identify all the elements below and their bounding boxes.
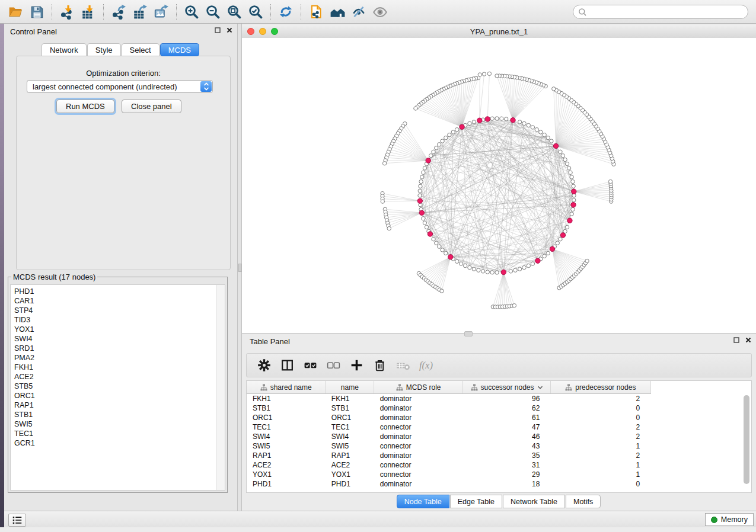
cell[interactable]: PHD1 <box>247 479 326 489</box>
cell[interactable]: FKH1 <box>247 394 326 404</box>
cell[interactable]: 47 <box>463 422 551 432</box>
cell[interactable]: YOX1 <box>326 470 374 479</box>
close-panel-icon[interactable] <box>227 27 232 33</box>
import-network-button[interactable] <box>56 2 78 21</box>
mcds-result-item[interactable]: SWI4 <box>11 334 225 344</box>
cell[interactable]: 46 <box>463 432 551 441</box>
cell[interactable]: 2 <box>550 422 650 432</box>
mcds-result-item[interactable]: STB1 <box>11 410 225 419</box>
table-row[interactable]: RAP1RAP1dominator352 <box>247 451 751 460</box>
mcds-result-item[interactable]: FKH1 <box>11 363 225 372</box>
cell[interactable]: connector <box>374 441 463 451</box>
delete-row-button[interactable] <box>368 355 391 375</box>
cell[interactable]: dominator <box>374 451 463 460</box>
mcds-result-list[interactable]: PHD1CAR1STP4TID3YOX1SWI4SRD1PMA2FKH1ACE2… <box>10 284 225 491</box>
zoom-out-button[interactable] <box>202 2 224 21</box>
open-file-button[interactable] <box>5 2 26 21</box>
cell[interactable]: SWI5 <box>247 441 326 451</box>
table-row[interactable]: PHD1PHD1dominator180 <box>247 479 751 489</box>
search-input[interactable] <box>587 7 732 17</box>
memory-button[interactable]: Memory <box>705 513 754 526</box>
add-row-button[interactable] <box>345 355 368 375</box>
mcds-result-item[interactable]: ACE2 <box>11 372 225 382</box>
float-table-panel-icon[interactable] <box>733 337 739 343</box>
select-all-button[interactable] <box>299 355 322 375</box>
table-row[interactable]: ACE2ACE2connector311 <box>247 460 751 470</box>
cell[interactable]: TEC1 <box>247 422 326 432</box>
mcds-result-item[interactable]: SWI5 <box>11 419 225 429</box>
network-file-button[interactable] <box>305 2 327 21</box>
zoom-fit-button[interactable] <box>224 2 245 21</box>
network-window-titlebar[interactable]: YPA_prune.txt_1 <box>242 25 756 39</box>
table-row[interactable]: FKH1FKH1dominator962 <box>247 394 751 404</box>
cell[interactable]: 35 <box>463 451 551 460</box>
cell[interactable]: STB1 <box>326 403 374 413</box>
zoom-in-button[interactable] <box>181 2 202 21</box>
cell[interactable]: PHD1 <box>326 479 374 489</box>
network-canvas[interactable] <box>242 38 756 333</box>
cell[interactable]: YOX1 <box>247 470 326 479</box>
cell[interactable]: 2 <box>550 451 650 460</box>
zoom-selected-button[interactable] <box>245 2 266 21</box>
column-header-shared-name[interactable]: shared name <box>247 381 326 394</box>
cell[interactable]: SWI5 <box>326 441 374 451</box>
save-session-button[interactable] <box>26 2 47 21</box>
cell[interactable]: SWI4 <box>326 432 374 441</box>
cell[interactable]: 1 <box>550 460 650 470</box>
task-history-button[interactable] <box>8 514 26 527</box>
search-box[interactable] <box>573 5 748 19</box>
deselect-all-button[interactable] <box>322 355 345 375</box>
tab-network-table[interactable]: Network Table <box>503 495 565 508</box>
cell[interactable]: 2 <box>550 394 650 404</box>
import-table-button[interactable] <box>78 2 99 21</box>
cell[interactable]: 2 <box>550 432 650 441</box>
column-layout-button[interactable] <box>276 355 299 375</box>
table-row[interactable]: YOX1YOX1connector291 <box>247 470 751 479</box>
table-row[interactable]: ORC1ORC1dominator610 <box>247 413 751 422</box>
table-row[interactable]: SWI4SWI4dominator462 <box>247 432 751 441</box>
home-button[interactable] <box>327 2 348 21</box>
mcds-result-item[interactable]: PMA2 <box>11 353 225 363</box>
tab-network[interactable]: Network <box>42 43 87 56</box>
cell[interactable]: 0 <box>550 403 650 413</box>
export-table-button[interactable] <box>129 2 151 21</box>
cell[interactable]: ORC1 <box>326 413 374 422</box>
cell[interactable]: connector <box>374 460 463 470</box>
network-graph[interactable] <box>242 38 756 333</box>
mcds-result-item[interactable]: GCR1 <box>11 438 225 448</box>
cell[interactable]: dominator <box>374 394 463 404</box>
cell[interactable]: 18 <box>463 479 551 489</box>
tab-edge-table[interactable]: Edge Table <box>450 495 502 508</box>
cell[interactable]: FKH1 <box>326 394 374 404</box>
table-row[interactable]: STB1STB1dominator620 <box>247 403 751 413</box>
settings-gear-button[interactable] <box>253 355 276 375</box>
mcds-result-item[interactable]: TID3 <box>11 315 225 325</box>
cell[interactable]: dominator <box>374 413 463 422</box>
maximize-window-button[interactable] <box>271 28 278 35</box>
cell[interactable]: STB1 <box>247 403 326 413</box>
cell[interactable]: 43 <box>463 441 551 451</box>
cell[interactable]: ACE2 <box>326 460 374 470</box>
column-header-successor-nodes[interactable]: successor nodes <box>463 381 551 394</box>
cell[interactable]: 1 <box>550 441 650 451</box>
tab-style[interactable]: Style <box>87 43 121 56</box>
tab-node-table[interactable]: Node Table <box>397 495 449 508</box>
mcds-result-item[interactable]: STP4 <box>11 306 225 315</box>
cell[interactable]: 1 <box>550 470 650 479</box>
cell[interactable]: RAP1 <box>247 451 326 460</box>
run-mcds-button[interactable]: Run MCDS <box>56 100 114 113</box>
cell[interactable]: 62 <box>463 403 551 413</box>
mcds-result-item[interactable]: YOX1 <box>11 325 225 334</box>
show-details-button[interactable] <box>369 2 391 21</box>
cell[interactable]: 29 <box>463 470 551 479</box>
cell[interactable]: SWI4 <box>247 432 326 441</box>
cell[interactable]: 0 <box>550 479 650 489</box>
minimize-window-button[interactable] <box>259 28 266 35</box>
cell[interactable]: dominator <box>374 403 463 413</box>
table-row[interactable]: SWI5SWI5connector431 <box>247 441 751 451</box>
cell[interactable]: 0 <box>550 413 650 422</box>
cell[interactable]: connector <box>374 422 463 432</box>
tab-mcds[interactable]: MCDS <box>160 43 199 56</box>
cell[interactable]: ACE2 <box>247 460 326 470</box>
mcds-result-item[interactable]: TEC1 <box>11 429 225 438</box>
